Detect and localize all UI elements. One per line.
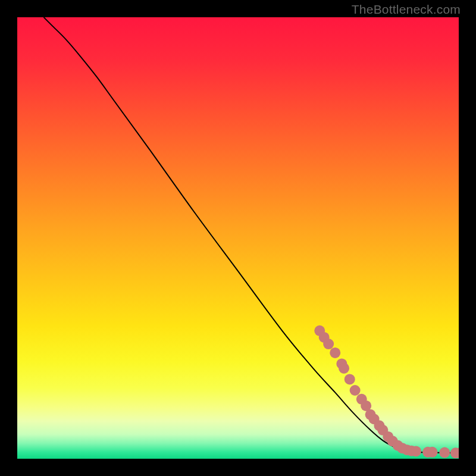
data-marker bbox=[411, 446, 421, 456]
plot-area bbox=[17, 17, 459, 459]
chart-frame: TheBottleneck.com bbox=[0, 0, 476, 476]
watermark-text: TheBottleneck.com bbox=[352, 2, 461, 17]
data-marker bbox=[339, 363, 349, 374]
data-marker bbox=[330, 347, 340, 358]
data-marker bbox=[439, 447, 450, 458]
gradient-background bbox=[17, 17, 459, 459]
data-marker bbox=[345, 374, 355, 384]
chart-svg bbox=[17, 17, 459, 459]
data-marker bbox=[427, 447, 437, 458]
data-marker bbox=[350, 385, 361, 396]
data-marker bbox=[323, 339, 334, 349]
